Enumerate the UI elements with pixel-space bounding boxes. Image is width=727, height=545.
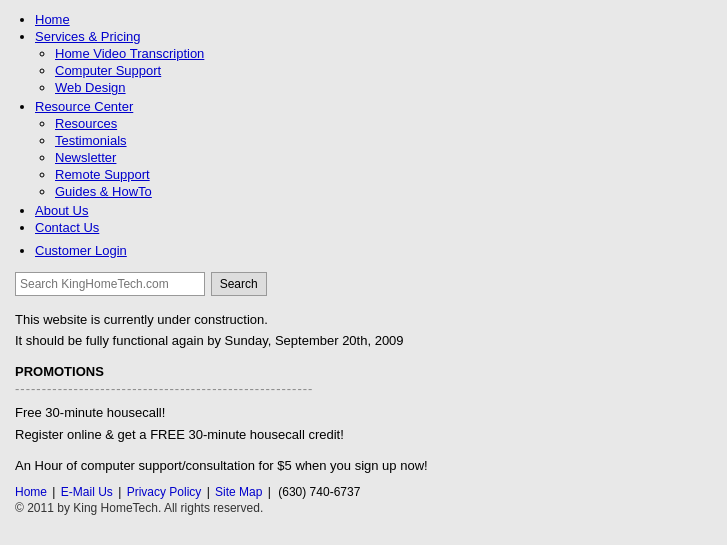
nav-link-about-us[interactable]: About Us xyxy=(35,203,88,218)
nav-item-services[interactable]: Services & Pricing Home Video Transcript… xyxy=(35,29,712,95)
nav-item-testimonials[interactable]: Testimonials xyxy=(55,133,712,148)
promo-line2: Register online & get a FREE 30-minute h… xyxy=(15,424,712,446)
nav-link-video-transcription[interactable]: Home Video Transcription xyxy=(55,46,204,61)
footer-link-email[interactable]: E-Mail Us xyxy=(61,485,113,499)
footer-separator-1: | xyxy=(52,485,58,499)
promo-hour-support: An Hour of computer support/consultation… xyxy=(15,456,712,477)
nav-link-resources[interactable]: Resources xyxy=(55,116,117,131)
search-button[interactable]: Search xyxy=(211,272,267,296)
nav-link-testimonials[interactable]: Testimonials xyxy=(55,133,127,148)
nav-link-newsletter[interactable]: Newsletter xyxy=(55,150,116,165)
promotions-section: PROMOTIONS -----------------------------… xyxy=(15,364,712,477)
nav-item-web-design[interactable]: Web Design xyxy=(55,80,712,95)
nav-link-computer-support[interactable]: Computer Support xyxy=(55,63,161,78)
nav-item-video-transcription[interactable]: Home Video Transcription xyxy=(55,46,712,61)
search-section: Search xyxy=(15,272,712,296)
footer-link-home[interactable]: Home xyxy=(15,485,47,499)
nav-link-remote-support[interactable]: Remote Support xyxy=(55,167,150,182)
under-construction-notice: This website is currently under construc… xyxy=(15,310,712,352)
nav-link-customer-login[interactable]: Customer Login xyxy=(35,243,127,258)
nav-item-resource-center[interactable]: Resource Center Resources Testimonials N… xyxy=(35,99,712,199)
main-nav: Home Services & Pricing Home Video Trans… xyxy=(15,12,712,258)
nav-item-customer-login[interactable]: Customer Login xyxy=(35,243,712,258)
footer-separator-2: | xyxy=(118,485,124,499)
promo-hour-text: An Hour of computer support/consultation… xyxy=(15,456,712,477)
nav-link-resource-center[interactable]: Resource Center xyxy=(35,99,133,114)
footer-links: Home | E-Mail Us | Privacy Policy | Site… xyxy=(15,485,712,499)
nav-item-computer-support[interactable]: Computer Support xyxy=(55,63,712,78)
nav-item-newsletter[interactable]: Newsletter xyxy=(55,150,712,165)
construction-line2: It should be fully functional again by S… xyxy=(15,331,712,352)
nav-link-services[interactable]: Services & Pricing xyxy=(35,29,140,44)
promo-line1: Free 30-minute housecall! xyxy=(15,402,712,424)
promo-free-housecall: Free 30-minute housecall! Register onlin… xyxy=(15,402,712,446)
nav-link-home[interactable]: Home xyxy=(35,12,70,27)
footer-link-sitemap[interactable]: Site Map xyxy=(215,485,262,499)
nav-item-about-us[interactable]: About Us xyxy=(35,203,712,218)
footer-phone: (630) 740-6737 xyxy=(278,485,360,499)
nav-link-contact-us[interactable]: Contact Us xyxy=(35,220,99,235)
footer-separator-4: | xyxy=(268,485,274,499)
nav-item-guides-howto[interactable]: Guides & HowTo xyxy=(55,184,712,199)
promotions-title: PROMOTIONS xyxy=(15,364,712,379)
search-input[interactable] xyxy=(15,272,205,296)
nav-link-web-design[interactable]: Web Design xyxy=(55,80,126,95)
nav-item-remote-support[interactable]: Remote Support xyxy=(55,167,712,182)
nav-link-guides-howto[interactable]: Guides & HowTo xyxy=(55,184,152,199)
promotions-divider: ----------------------------------------… xyxy=(15,381,712,396)
construction-line1: This website is currently under construc… xyxy=(15,310,712,331)
footer-separator-3: | xyxy=(207,485,213,499)
nav-item-resources[interactable]: Resources xyxy=(55,116,712,131)
nav-item-home[interactable]: Home xyxy=(35,12,712,27)
footer-link-privacy[interactable]: Privacy Policy xyxy=(127,485,202,499)
nav-item-contact-us[interactable]: Contact Us xyxy=(35,220,712,235)
footer-copyright: © 2011 by King HomeTech. All rights rese… xyxy=(15,501,712,515)
